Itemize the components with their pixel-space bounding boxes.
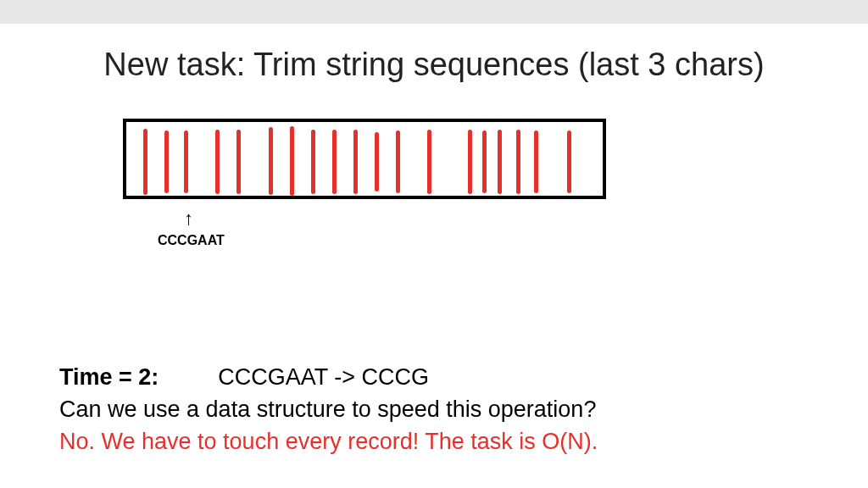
slide-title: New task: Trim string sequences (last 3 … [0,47,868,83]
top-bar [0,0,868,24]
question-line: Can we use a data structure to speed thi… [59,396,596,423]
array-box [123,119,606,199]
array-element-stroke [468,130,472,194]
array-element-stroke [427,130,431,194]
array-element-stroke [164,130,169,193]
array-element-stroke [353,130,358,194]
array-element-stroke [269,127,273,195]
answer-line: No. We have to touch every record! The t… [59,429,598,455]
time-transform: CCCGAAT -> CCCG [218,364,429,390]
array-element-stroke [482,130,487,193]
array-element-stroke [534,130,538,193]
array-element-stroke [498,130,502,194]
array-element-stroke [516,130,520,194]
time-label: Time = 2: [59,364,159,390]
array-element-stroke [396,130,400,193]
array-element-stroke [236,130,241,194]
up-arrow-icon: ↑ [184,208,193,230]
arrow-label: CCCGAAT [158,233,225,248]
array-element-stroke [290,126,294,196]
array-element-stroke [215,130,220,194]
array-strokes [135,127,594,191]
array-element-stroke [311,130,315,194]
array-element-stroke [332,130,337,194]
array-element-stroke [375,132,379,191]
array-element-stroke [567,130,571,193]
array-element-stroke [184,130,188,193]
time-line: Time = 2:CCCGAAT -> CCCG [59,364,429,391]
array-element-stroke [143,129,147,195]
